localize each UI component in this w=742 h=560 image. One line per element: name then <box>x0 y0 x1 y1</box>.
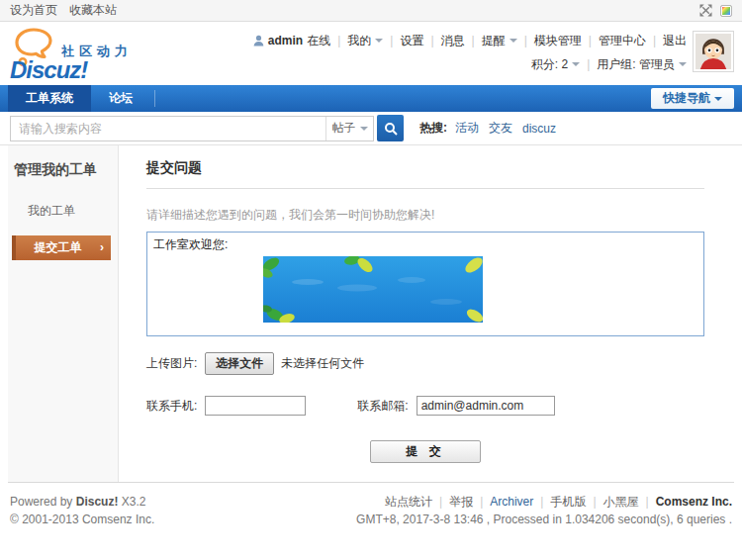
menu-module-admin[interactable]: 模块管理 <box>534 31 582 50</box>
user-icon <box>253 35 264 47</box>
footer-link-report[interactable]: 举报 <box>449 493 473 511</box>
upload-row: 上传图片: 选择文件 未选择任何文件 <box>146 352 704 375</box>
menu-messages[interactable]: 消息 <box>441 31 465 50</box>
caret-down-icon <box>510 39 517 43</box>
search-icon <box>384 122 398 136</box>
caret-down-icon <box>714 97 722 101</box>
main-nav: 工单系统 论坛 快捷导航 <box>0 85 742 112</box>
bookmark-link[interactable]: 收藏本站 <box>69 2 117 19</box>
user-menu-row: admin 在线 | 我的 | 设置 | 消息 | 提醒 | 模块管理 | 管理… <box>253 31 687 50</box>
logo[interactable]: 社区动力 Discuz! <box>10 26 158 83</box>
set-home-link[interactable]: 设为首页 <box>10 2 57 19</box>
menu-admin-center[interactable]: 管理中心 <box>599 31 646 50</box>
credits-link[interactable]: 积分: 2 <box>531 54 580 74</box>
main-panel: 提交问题 请详细描述您遇到的问题，我们会第一时间协助您解决! 工作室欢迎您: <box>119 145 734 482</box>
footer-link-archiver[interactable]: Archiver <box>490 493 533 511</box>
form-description: 请详细描述您遇到的问题，我们会第一时间协助您解决! <box>146 207 704 224</box>
caret-down-icon <box>679 62 687 66</box>
footer-right: 站点统计 | 举报 | Archiver | 手机版 | 小黑屋 | Comse… <box>356 493 732 528</box>
user-panel: admin 在线 | 我的 | 设置 | 消息 | 提醒 | 模块管理 | 管理… <box>253 31 687 74</box>
search-scope-select[interactable]: 帖子 <box>325 117 373 140</box>
footer-meta: GMT+8, 2017-3-8 13:46 , Processed in 1.0… <box>356 511 732 528</box>
sidebar-item-my-tickets[interactable]: 我的工单 <box>8 203 118 220</box>
choose-file-button[interactable]: 选择文件 <box>205 352 274 375</box>
editor-embedded-image <box>263 256 483 323</box>
quick-nav-button[interactable]: 快捷导航 <box>651 88 734 109</box>
logo-brand: Discuz! <box>10 56 87 84</box>
search-bar: 帖子 热搜: 活动 交友 discuz <box>0 112 742 145</box>
caret-down-icon <box>360 127 368 131</box>
menu-logout[interactable]: 退出 <box>663 31 687 50</box>
footer-link-blacklist[interactable]: 小黑屋 <box>603 493 639 511</box>
sidebar-item-submit-ticket[interactable]: 提交工单 › <box>12 235 111 260</box>
site-header: 社区动力 Discuz! admin 在线 | 我的 | 设置 | 消息 | 提… <box>0 22 742 85</box>
submit-row: 提 交 <box>146 440 704 463</box>
hot-link-friends[interactable]: 交友 <box>489 120 512 137</box>
footer-brand[interactable]: Discuz! <box>76 495 119 509</box>
footer-link-site-stats[interactable]: 站点统计 <box>385 493 432 511</box>
contact-row: 联系手机: 联系邮箱: <box>146 396 704 416</box>
menu-my[interactable]: 我的 <box>347 31 383 50</box>
hot-search: 热搜: 活动 交友 discuz <box>419 120 566 137</box>
no-file-text: 未选择任何文件 <box>281 355 364 372</box>
avatar[interactable] <box>693 31 734 72</box>
hot-link-discuz[interactable]: discuz <box>522 122 556 136</box>
phone-input[interactable] <box>205 396 306 416</box>
arrow-right-icon: › <box>100 235 104 260</box>
search-button[interactable] <box>377 115 404 141</box>
submit-button[interactable]: 提 交 <box>370 440 481 463</box>
content-area: 管理我的工单 我的工单 提交工单 › 提交问题 请详细描述您遇到的问题，我们会第… <box>8 145 734 483</box>
fullscreen-icon[interactable] <box>699 4 712 17</box>
hot-link-activity[interactable]: 活动 <box>455 120 479 137</box>
sidebar-title: 管理我的工单 <box>8 161 118 179</box>
menu-settings[interactable]: 设置 <box>400 31 423 50</box>
powered-by: Powered by Discuz! X3.2 <box>10 493 154 511</box>
online-status: 在线 <box>307 31 330 50</box>
top-strip: 设为首页 收藏本站 <box>0 0 742 22</box>
footer-left: Powered by Discuz! X3.2 © 2001-2013 Coms… <box>10 493 154 528</box>
theme-palette-icon[interactable] <box>720 5 732 17</box>
footer: Powered by Discuz! X3.2 © 2001-2013 Coms… <box>0 483 742 528</box>
copyright: © 2001-2013 Comsenz Inc. <box>10 511 154 528</box>
phone-label: 联系手机: <box>146 398 197 415</box>
email-label: 联系邮箱: <box>357 398 408 415</box>
nav-tab-ticket-system[interactable]: 工单系统 <box>8 85 91 112</box>
hot-search-label: 热搜: <box>419 120 447 137</box>
footer-link-mobile[interactable]: 手机版 <box>550 493 586 511</box>
menu-notices[interactable]: 提醒 <box>482 31 517 50</box>
editor-text: 工作室欢迎您: <box>153 236 697 253</box>
usergroup-link[interactable]: 用户组: 管理员 <box>597 54 687 74</box>
page-title: 提交问题 <box>146 159 704 189</box>
username-link[interactable]: admin <box>268 31 303 50</box>
user-stats-row: 积分: 2 | 用户组: 管理员 <box>253 54 687 74</box>
footer-links: 站点统计 | 举报 | Archiver | 手机版 | 小黑屋 | Comse… <box>356 493 732 511</box>
search-input[interactable] <box>11 117 325 140</box>
footer-link-comsenz[interactable]: Comsenz Inc. <box>656 493 732 511</box>
nav-divider <box>154 90 155 107</box>
caret-down-icon <box>375 39 383 43</box>
sidebar: 管理我的工单 我的工单 提交工单 › <box>8 145 119 482</box>
nav-tab-forum[interactable]: 论坛 <box>91 85 150 112</box>
search-box: 帖子 <box>10 116 374 141</box>
email-input[interactable] <box>417 396 555 416</box>
problem-editor[interactable]: 工作室欢迎您: <box>146 232 704 336</box>
upload-label: 上传图片: <box>146 355 197 372</box>
caret-down-icon <box>572 62 580 66</box>
